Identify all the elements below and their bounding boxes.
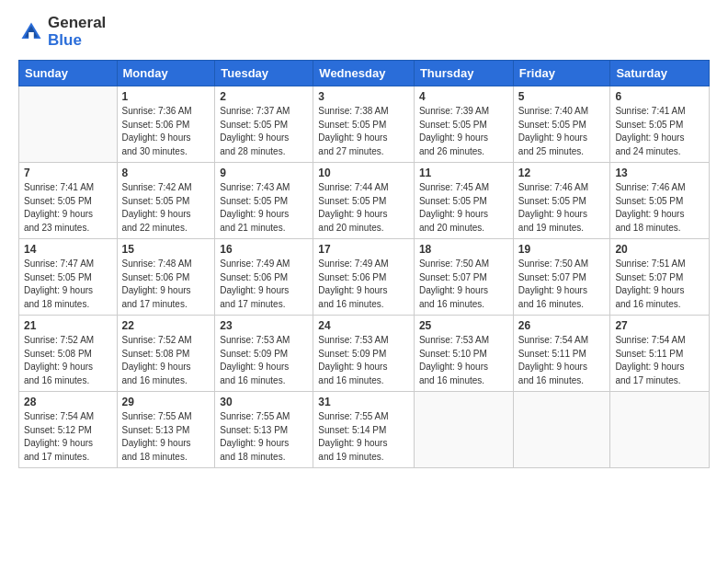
day-number: 17 — [318, 243, 409, 256]
calendar-day-cell: 30Sunrise: 7:55 AM Sunset: 5:13 PM Dayli… — [215, 392, 313, 468]
calendar-day-cell: 31Sunrise: 7:55 AM Sunset: 5:14 PM Dayli… — [313, 392, 415, 468]
day-info: Sunrise: 7:52 AM Sunset: 5:08 PM Dayligh… — [24, 334, 112, 387]
day-number: 13 — [615, 167, 704, 179]
day-info: Sunrise: 7:47 AM Sunset: 5:05 PM Dayligh… — [24, 258, 112, 311]
calendar-week-row: 21Sunrise: 7:52 AM Sunset: 5:08 PM Dayli… — [19, 316, 710, 392]
day-number: 25 — [419, 319, 508, 332]
calendar-day-cell — [610, 392, 710, 468]
calendar-day-cell: 7Sunrise: 7:41 AM Sunset: 5:05 PM Daylig… — [19, 163, 118, 239]
calendar-header-wednesday: Wednesday — [313, 61, 415, 86]
calendar-day-cell: 26Sunrise: 7:54 AM Sunset: 5:11 PM Dayli… — [513, 316, 610, 392]
calendar-header-monday: Monday — [117, 61, 215, 86]
calendar-header-saturday: Saturday — [610, 61, 710, 86]
calendar-day-cell: 2Sunrise: 7:37 AM Sunset: 5:05 PM Daylig… — [215, 86, 313, 163]
calendar-header-sunday: Sunday — [19, 61, 118, 86]
calendar-day-cell: 11Sunrise: 7:45 AM Sunset: 5:05 PM Dayli… — [414, 163, 513, 239]
calendar-day-cell: 5Sunrise: 7:40 AM Sunset: 5:05 PM Daylig… — [513, 86, 610, 163]
day-info: Sunrise: 7:50 AM Sunset: 5:07 PM Dayligh… — [518, 258, 606, 311]
calendar-day-cell: 17Sunrise: 7:49 AM Sunset: 5:06 PM Dayli… — [313, 239, 415, 316]
calendar-day-cell: 22Sunrise: 7:52 AM Sunset: 5:08 PM Dayli… — [117, 316, 215, 392]
calendar-week-row: 1Sunrise: 7:36 AM Sunset: 5:06 PM Daylig… — [19, 86, 710, 163]
calendar-day-cell: 20Sunrise: 7:51 AM Sunset: 5:07 PM Dayli… — [610, 239, 710, 316]
calendar-day-cell — [513, 392, 610, 468]
calendar-header-tuesday: Tuesday — [215, 61, 313, 86]
calendar-day-cell: 28Sunrise: 7:54 AM Sunset: 5:12 PM Dayli… — [19, 392, 118, 468]
day-number: 31 — [318, 396, 409, 408]
svg-rect-2 — [28, 32, 34, 39]
day-number: 20 — [615, 243, 704, 256]
calendar-header-row: SundayMondayTuesdayWednesdayThursdayFrid… — [19, 61, 710, 86]
calendar-week-row: 7Sunrise: 7:41 AM Sunset: 5:05 PM Daylig… — [19, 163, 710, 239]
calendar-day-cell: 15Sunrise: 7:48 AM Sunset: 5:06 PM Dayli… — [117, 239, 215, 316]
calendar-day-cell: 8Sunrise: 7:42 AM Sunset: 5:05 PM Daylig… — [117, 163, 215, 239]
day-info: Sunrise: 7:54 AM Sunset: 5:11 PM Dayligh… — [615, 334, 704, 387]
day-number: 30 — [220, 396, 308, 408]
logo-icon — [18, 19, 44, 45]
day-number: 22 — [122, 319, 210, 332]
calendar-header-friday: Friday — [513, 61, 610, 86]
calendar-day-cell: 3Sunrise: 7:38 AM Sunset: 5:05 PM Daylig… — [313, 86, 415, 163]
calendar-week-row: 14Sunrise: 7:47 AM Sunset: 5:05 PM Dayli… — [19, 239, 710, 316]
day-info: Sunrise: 7:45 AM Sunset: 5:05 PM Dayligh… — [419, 181, 508, 235]
day-info: Sunrise: 7:53 AM Sunset: 5:10 PM Dayligh… — [419, 334, 508, 387]
day-info: Sunrise: 7:40 AM Sunset: 5:05 PM Dayligh… — [518, 105, 606, 158]
day-info: Sunrise: 7:49 AM Sunset: 5:06 PM Dayligh… — [318, 258, 409, 311]
day-number: 9 — [220, 167, 308, 179]
day-info: Sunrise: 7:49 AM Sunset: 5:06 PM Dayligh… — [220, 258, 308, 311]
day-info: Sunrise: 7:50 AM Sunset: 5:07 PM Dayligh… — [419, 258, 508, 311]
logo: General Blue — [18, 15, 106, 49]
day-info: Sunrise: 7:54 AM Sunset: 5:11 PM Dayligh… — [518, 334, 606, 387]
day-info: Sunrise: 7:41 AM Sunset: 5:05 PM Dayligh… — [24, 181, 112, 235]
day-info: Sunrise: 7:51 AM Sunset: 5:07 PM Dayligh… — [615, 258, 704, 311]
calendar-day-cell: 13Sunrise: 7:46 AM Sunset: 5:05 PM Dayli… — [610, 163, 710, 239]
day-number: 26 — [518, 319, 606, 332]
calendar-day-cell: 19Sunrise: 7:50 AM Sunset: 5:07 PM Dayli… — [513, 239, 610, 316]
calendar-week-row: 28Sunrise: 7:54 AM Sunset: 5:12 PM Dayli… — [19, 392, 710, 468]
page-container: General Blue SundayMondayTuesdayWednesda… — [0, 0, 728, 477]
day-number: 6 — [615, 90, 704, 103]
day-info: Sunrise: 7:44 AM Sunset: 5:05 PM Dayligh… — [318, 181, 409, 235]
logo-text: General Blue — [48, 15, 106, 49]
calendar-day-cell: 21Sunrise: 7:52 AM Sunset: 5:08 PM Dayli… — [19, 316, 118, 392]
day-number: 18 — [419, 243, 508, 256]
calendar-header-thursday: Thursday — [414, 61, 513, 86]
day-number: 29 — [122, 396, 210, 408]
day-info: Sunrise: 7:46 AM Sunset: 5:05 PM Dayligh… — [518, 181, 606, 235]
day-info: Sunrise: 7:39 AM Sunset: 5:05 PM Dayligh… — [419, 105, 508, 158]
day-number: 3 — [318, 90, 409, 103]
day-info: Sunrise: 7:55 AM Sunset: 5:13 PM Dayligh… — [220, 410, 308, 464]
calendar-day-cell: 14Sunrise: 7:47 AM Sunset: 5:05 PM Dayli… — [19, 239, 118, 316]
header: General Blue — [18, 15, 710, 49]
day-number: 16 — [220, 243, 308, 256]
calendar-day-cell: 10Sunrise: 7:44 AM Sunset: 5:05 PM Dayli… — [313, 163, 415, 239]
day-info: Sunrise: 7:38 AM Sunset: 5:05 PM Dayligh… — [318, 105, 409, 158]
day-info: Sunrise: 7:42 AM Sunset: 5:05 PM Dayligh… — [122, 181, 210, 235]
day-number: 28 — [24, 396, 112, 408]
day-number: 12 — [518, 167, 606, 179]
day-number: 23 — [220, 319, 308, 332]
calendar-day-cell: 12Sunrise: 7:46 AM Sunset: 5:05 PM Dayli… — [513, 163, 610, 239]
calendar-day-cell: 29Sunrise: 7:55 AM Sunset: 5:13 PM Dayli… — [117, 392, 215, 468]
calendar-day-cell: 9Sunrise: 7:43 AM Sunset: 5:05 PM Daylig… — [215, 163, 313, 239]
day-info: Sunrise: 7:48 AM Sunset: 5:06 PM Dayligh… — [122, 258, 210, 311]
calendar-table: SundayMondayTuesdayWednesdayThursdayFrid… — [18, 60, 710, 468]
day-number: 4 — [419, 90, 508, 103]
day-info: Sunrise: 7:43 AM Sunset: 5:05 PM Dayligh… — [220, 181, 308, 235]
day-number: 15 — [122, 243, 210, 256]
day-number: 19 — [518, 243, 606, 256]
day-number: 24 — [318, 319, 409, 332]
calendar-day-cell: 6Sunrise: 7:41 AM Sunset: 5:05 PM Daylig… — [610, 86, 710, 163]
day-info: Sunrise: 7:41 AM Sunset: 5:05 PM Dayligh… — [615, 105, 704, 158]
day-info: Sunrise: 7:36 AM Sunset: 5:06 PM Dayligh… — [122, 105, 210, 158]
day-info: Sunrise: 7:55 AM Sunset: 5:14 PM Dayligh… — [318, 410, 409, 464]
calendar-day-cell — [19, 86, 118, 163]
day-number: 5 — [518, 90, 606, 103]
day-number: 10 — [318, 167, 409, 179]
day-number: 8 — [122, 167, 210, 179]
day-number: 21 — [24, 319, 112, 332]
day-info: Sunrise: 7:37 AM Sunset: 5:05 PM Dayligh… — [220, 105, 308, 158]
day-number: 14 — [24, 243, 112, 256]
calendar-day-cell — [414, 392, 513, 468]
calendar-day-cell: 24Sunrise: 7:53 AM Sunset: 5:09 PM Dayli… — [313, 316, 415, 392]
day-info: Sunrise: 7:55 AM Sunset: 5:13 PM Dayligh… — [122, 410, 210, 464]
